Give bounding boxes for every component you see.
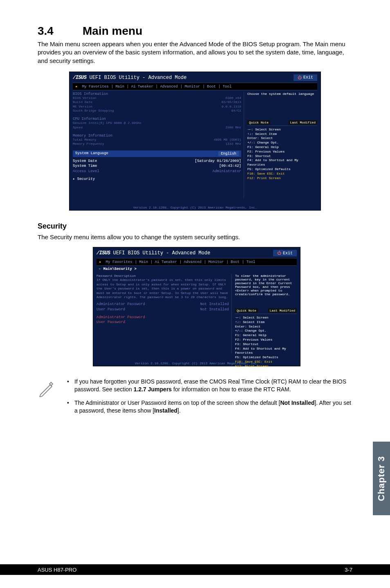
menu-item[interactable]: | Boot bbox=[202, 85, 215, 89]
section-number: 3.4 bbox=[38, 25, 83, 38]
menu-item[interactable]: | Monitor bbox=[180, 85, 200, 89]
bios-version-footer: Version 2.10.1208. Copyright (C) 2013 Am… bbox=[93, 361, 300, 365]
chapter-tab: Chapter 3 bbox=[373, 442, 390, 515]
help-header: Quick Note Last Modified bbox=[235, 308, 297, 314]
info-row: System Date[Saturday 01/26/2009] bbox=[73, 159, 241, 164]
info-row: South Bridge Stepping04/C1 bbox=[73, 109, 241, 113]
exit-button[interactable]: Exit bbox=[294, 74, 317, 81]
info-row: Build Date03/05/2013 bbox=[73, 100, 241, 104]
footer-page-number: 3-7 bbox=[345, 567, 352, 573]
info-row: Genuine Intel(R) CPU 0000 @ 2.80GHz bbox=[73, 121, 241, 125]
menu-item[interactable]: | Boot bbox=[226, 260, 239, 264]
password-item[interactable]: User Password bbox=[96, 320, 229, 325]
exit-button[interactable]: Exit bbox=[273, 250, 297, 256]
menu-item[interactable]: | Main bbox=[111, 85, 124, 89]
info-row: System Time[09:43:42] bbox=[73, 164, 241, 169]
section-title-text: Main menu bbox=[83, 25, 142, 37]
bios-logo: /ISUS bbox=[73, 75, 87, 81]
info-row: Memory Frequency1333 MHz bbox=[73, 142, 241, 146]
info-row: BIOS Version0306 x64 bbox=[73, 96, 241, 100]
note-list: If you have forgotten your BIOS password… bbox=[64, 378, 352, 420]
password-desc-header: Password Description bbox=[96, 274, 229, 278]
system-language-row[interactable]: System Language English bbox=[73, 150, 241, 157]
bios-main-screenshot: /ISUS UEFI BIOS Utility - Advanced Mode … bbox=[69, 72, 321, 211]
footer-product: ASUS H87-PRO bbox=[38, 567, 76, 573]
bios-security-screenshot: /ISUS UEFI BIOS Utility - Advanced Mode … bbox=[93, 247, 300, 366]
menu-item[interactable]: | Tool bbox=[218, 85, 231, 89]
info-row: User PasswordNot Installed bbox=[96, 307, 229, 312]
note-block: If you have forgotten your BIOS password… bbox=[38, 378, 352, 420]
menu-item[interactable]: ★ My Favorites bbox=[99, 260, 132, 264]
menu-item[interactable]: ★ My Favorites bbox=[75, 85, 109, 89]
menu-item[interactable]: | Tool bbox=[242, 260, 255, 264]
menu-item[interactable]: | Monitor bbox=[204, 260, 224, 264]
bios-title: UEFI BIOS Utility - Advanced Mode bbox=[90, 75, 187, 81]
help-key-list: →←: Select Screen↑↓: Select ItemEnter: S… bbox=[235, 316, 297, 369]
menu-item[interactable]: | Ai Tweaker bbox=[150, 260, 177, 264]
password-item[interactable]: Administrator Password bbox=[96, 315, 229, 320]
menu-item[interactable]: | Advanced bbox=[156, 85, 178, 89]
menu-item[interactable]: | Main bbox=[135, 260, 148, 264]
breadcrumb[interactable]: ← Main\Security > bbox=[96, 266, 297, 272]
security-heading: Security bbox=[38, 222, 352, 231]
help-description: Choose the system default language bbox=[247, 92, 317, 96]
system-language-value: English bbox=[218, 151, 239, 156]
bios-version-footer: Version 2.10.1208. Copyright (C) 2013 Am… bbox=[69, 206, 321, 209]
info-row: ME Version9.0.0.1310 bbox=[73, 105, 241, 109]
bios-info-header: BIOS Information bbox=[73, 92, 241, 96]
section-intro: The Main menu screen appears when you en… bbox=[38, 40, 352, 65]
info-row: Access LevelAdministrator bbox=[73, 169, 241, 174]
note-icon bbox=[38, 380, 55, 397]
help-header: Quick Note Last Modified bbox=[247, 120, 317, 126]
cpu-info-header: CPU Information bbox=[73, 117, 241, 121]
section-heading: 3.4Main menu bbox=[38, 25, 352, 38]
memory-info-header: Memory Information bbox=[73, 134, 241, 138]
bios-menubar: ★ My Favorites| Main| Ai Tweaker| Advanc… bbox=[96, 258, 297, 266]
bios-title: UEFI BIOS Utility - Advanced Mode bbox=[113, 250, 211, 256]
password-desc: If ONLY the Administrator's password is … bbox=[96, 278, 229, 299]
system-language-label: System Language bbox=[75, 151, 108, 156]
menu-item[interactable]: | Advanced bbox=[179, 260, 202, 264]
menu-item[interactable]: | Ai Tweaker bbox=[127, 85, 153, 89]
bios-menubar: ★ My Favorites| Main| Ai Tweaker| Advanc… bbox=[73, 83, 317, 90]
note-item: If you have forgotten your BIOS password… bbox=[64, 378, 352, 393]
info-row: Administrator PasswordNot Installed bbox=[96, 302, 229, 307]
info-row: Speed2800 MHz bbox=[73, 126, 241, 130]
info-row: Total Memory4096 MB (DDR3) bbox=[73, 138, 241, 142]
security-menu-item[interactable]: ▸ Security bbox=[73, 177, 241, 182]
note-item: The Administrator or User Password items… bbox=[64, 399, 352, 415]
security-intro: The Security menu items allow you to cha… bbox=[38, 233, 352, 241]
help-key-list: →←: Select Screen↑↓: Select ItemEnter: S… bbox=[247, 128, 317, 181]
bios-logo: /ISUS bbox=[96, 250, 110, 256]
page-footer: ASUS H87-PRO 3-7 bbox=[0, 564, 390, 575]
help-description: To clear the administrator password, key… bbox=[235, 274, 297, 296]
